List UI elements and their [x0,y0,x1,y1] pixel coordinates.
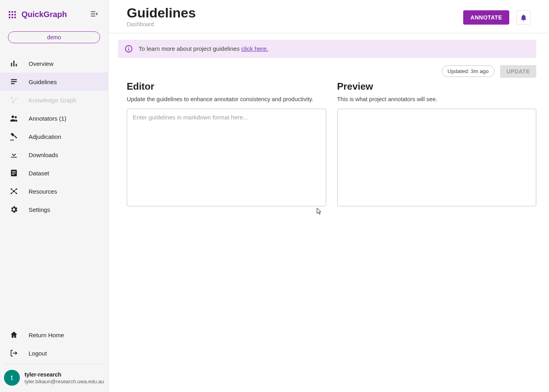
graph-nodes-icon [10,96,18,104]
gear-icon [10,205,18,214]
nav-item-return-home[interactable]: Return Home [0,326,108,344]
nav-label: Return Home [29,332,64,338]
svg-point-32 [128,47,129,48]
update-button: UPDATE [500,65,536,78]
nav-label: Overview [29,60,54,67]
info-link[interactable]: click here. [242,45,269,52]
svg-line-12 [12,98,13,101]
brand-name: QuickGraph [21,10,67,19]
svg-point-15 [15,116,17,118]
editor-panel: Editor Update the guidelines to enhance … [127,81,326,208]
page-title: Guidelines [127,5,196,21]
nav-label: Settings [29,206,50,213]
page-header: Guidelines Dashboard ANNOTATE [108,0,549,33]
nav-label: Guidelines [29,79,57,85]
nav-item-dataset[interactable]: Dataset [0,164,108,182]
panels: Editor Update the guidelines to enhance … [118,81,536,208]
svg-rect-19 [12,174,14,175]
nav-item-settings[interactable]: Settings [0,200,108,219]
people-icon [10,114,18,123]
preview-subtitle: This is what project annotators will see… [337,96,537,102]
nav-item-adjudication[interactable]: Adjudication [0,127,108,146]
editor-title: Editor [127,81,326,92]
brand-grid-icon [9,11,16,18]
preview-title: Preview [337,81,537,92]
project-selector-chip[interactable]: demo [8,31,100,43]
bar-chart-icon [10,59,18,68]
brand[interactable]: QuickGraph [9,10,67,19]
nav-item-guidelines[interactable]: Guidelines [0,73,108,91]
svg-rect-3 [11,63,12,66]
sidebar-nav: Overview Guidelines Knowledge Graph Anno… [0,54,108,326]
sidebar-bottom: Return Home Logout t tyler-research tyle… [0,326,108,392]
guidelines-editor-textarea[interactable] [127,109,326,206]
info-banner: To learn more about project guidelines c… [118,40,536,58]
nav-label: Adjudication [29,133,61,140]
sidebar-collapse-button[interactable] [88,8,100,21]
updated-chip: Updated: 3m ago [442,65,495,77]
document-lines-icon [10,77,18,86]
nav-label: Dataset [29,170,49,177]
user-block[interactable]: t tyler-research tyler.bikaun@research.u… [0,364,108,392]
svg-rect-4 [14,61,15,67]
svg-rect-6 [11,79,17,80]
info-icon [124,44,133,53]
guidelines-preview-box [337,109,537,206]
hub-icon [10,187,18,196]
svg-rect-8 [11,83,15,84]
user-meta: tyler-research tyler.bikaun@research.uwa… [25,371,104,384]
info-text: To learn more about project guidelines c… [139,45,268,52]
svg-line-27 [12,191,14,194]
notifications-button[interactable] [516,10,531,25]
nav-label: Annotators (1) [29,115,66,122]
sidebar-header: QuickGraph [0,0,108,27]
article-icon [10,169,18,177]
nav-label: Resources [29,188,57,195]
svg-rect-5 [16,64,17,66]
nav-item-logout[interactable]: Logout [0,344,108,362]
sidebar: QuickGraph demo Overview Guidelines Know… [0,0,108,392]
nav-item-overview[interactable]: Overview [0,54,108,73]
nav-label: Logout [29,350,47,357]
svg-rect-18 [12,173,15,173]
logout-icon [10,349,18,357]
menu-collapse-icon [90,10,99,18]
user-name: tyler-research [25,371,104,378]
svg-point-14 [12,115,14,118]
nav-label: Downloads [29,152,58,158]
bell-icon [520,13,528,21]
nav-item-downloads[interactable]: Downloads [0,146,108,164]
download-icon [10,150,18,159]
header-actions: ANNOTATE [463,5,531,25]
svg-rect-17 [12,171,15,172]
home-icon [10,331,18,339]
avatar: t [4,370,20,386]
gavel-icon [10,132,18,141]
nav-label: Knowledge Graph [29,97,76,104]
nav-item-annotators[interactable]: Annotators (1) [0,109,108,127]
nav-item-knowledge-graph: Knowledge Graph [0,91,108,109]
svg-line-13 [14,99,15,101]
svg-rect-7 [11,81,17,82]
content: To learn more about project guidelines c… [108,33,549,221]
breadcrumb[interactable]: Dashboard [127,21,196,27]
annotate-button[interactable]: ANNOTATE [463,10,509,25]
nav-item-resources[interactable]: Resources [0,182,108,200]
toolbar-row: Updated: 3m ago UPDATE [118,65,536,78]
svg-line-26 [14,189,16,192]
main: Guidelines Dashboard ANNOTATE To learn m… [108,0,549,392]
svg-line-28 [14,191,16,194]
editor-subtitle: Update the guidelines to enhance annotat… [127,96,326,102]
user-email: tyler.bikaun@research.uwa.edu.au [25,379,104,384]
preview-panel: Preview This is what project annotators … [337,81,537,208]
svg-line-25 [12,189,14,192]
